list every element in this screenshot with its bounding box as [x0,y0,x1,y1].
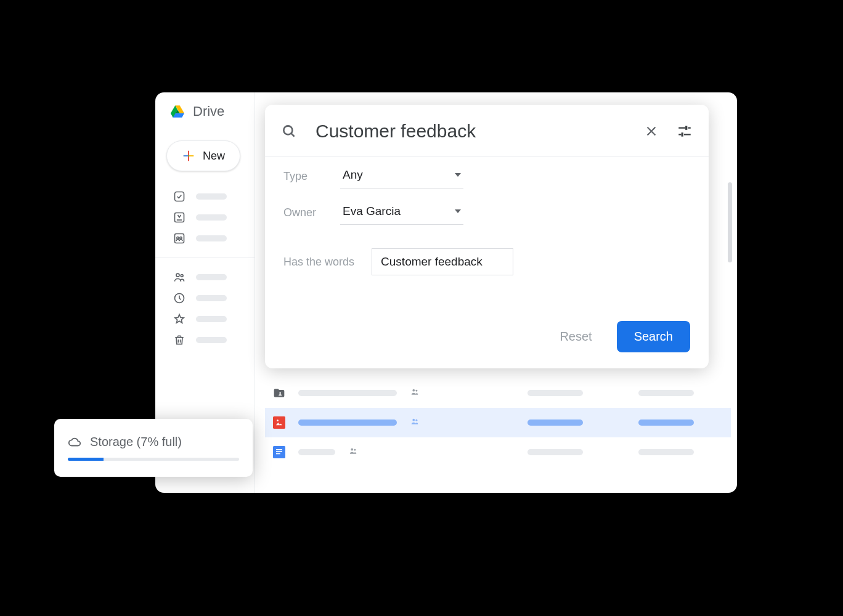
sidebar-item-starred[interactable] [155,309,255,330]
svg-point-5 [180,237,182,239]
clock-icon [173,291,186,305]
docs-icon [272,445,286,459]
svg-rect-17 [276,449,282,450]
sidebar-item-shared-drives[interactable] [155,228,255,249]
close-icon[interactable] [645,124,658,138]
sidebar-item-priority[interactable] [155,186,255,207]
svg-point-4 [177,237,179,239]
placeholder [196,337,227,343]
drive-logo-icon [171,105,184,118]
svg-point-6 [176,274,179,277]
storage-top: Storage (7% full) [68,435,239,449]
search-bar: Customer feedback [265,105,709,157]
placeholder [527,449,583,455]
file-list [265,378,731,467]
svg-point-14 [412,419,415,421]
reset-button[interactable]: Reset [560,330,592,344]
type-label: Type [283,170,328,183]
chevron-down-icon [455,173,461,177]
storage-bar [68,458,239,461]
chevron-down-icon [455,209,461,213]
search-input[interactable]: Customer feedback [316,121,626,142]
file-row-selected[interactable] [265,408,731,437]
placeholder [196,316,227,322]
image-icon [272,416,286,429]
storage-label: Storage (7% full) [90,435,182,449]
type-dropdown[interactable]: Any [340,164,463,188]
people-icon [409,387,420,399]
file-row[interactable] [265,437,731,467]
svg-rect-24 [682,132,683,137]
placeholder [638,419,694,426]
svg-point-11 [415,390,417,392]
storage-fill [68,458,104,461]
shared-drives-icon [173,232,186,245]
svg-rect-19 [276,453,280,455]
placeholder [638,449,694,455]
placeholder [196,235,227,241]
placeholder [638,390,694,396]
star-icon [173,312,186,326]
scrollbar-thumb[interactable] [728,182,732,262]
svg-point-13 [277,419,279,421]
storage-card[interactable]: Storage (7% full) [54,419,253,477]
svg-rect-12 [273,416,285,429]
search-icon[interactable] [281,123,297,139]
placeholder [196,274,227,280]
filter-owner-row: Owner Eva Garcia [265,193,709,230]
svg-point-9 [279,392,281,394]
words-input[interactable] [372,248,513,275]
words-label: Has the words [283,256,354,269]
placeholder [196,193,227,200]
file-row[interactable] [265,378,731,408]
folder-shared-icon [272,386,286,400]
placeholder [298,419,397,426]
action-row: Reset Search [560,321,690,352]
svg-rect-1 [175,192,184,201]
people-icon [348,447,359,458]
sidebar-item-trash[interactable] [155,330,255,351]
trash-icon [173,333,186,347]
svg-point-21 [354,449,356,451]
placeholder [196,214,227,221]
svg-rect-18 [276,451,282,452]
svg-point-10 [412,389,415,392]
sidebar-item-mydrive[interactable] [155,207,255,228]
plus-icon [182,149,195,163]
people-icon [173,270,186,284]
owner-label: Owner [283,206,328,219]
filter-type-row: Type Any [265,157,709,193]
check-square-icon [173,190,186,203]
logo-row: Drive [155,103,255,120]
placeholder [298,390,397,396]
owner-dropdown[interactable]: Eva Garcia [340,201,463,225]
svg-rect-3 [175,234,184,243]
svg-rect-23 [685,126,687,130]
search-button[interactable]: Search [617,321,690,352]
tune-icon[interactable] [677,123,693,139]
divider [155,257,255,258]
type-value: Any [343,168,363,182]
svg-rect-0 [188,155,189,156]
placeholder [527,390,583,396]
sidebar-item-shared[interactable] [155,267,255,288]
new-button[interactable]: New [166,140,240,171]
drive-outline-icon [173,211,186,224]
people-icon [409,417,420,428]
sidebar-item-recent[interactable] [155,288,255,309]
svg-point-7 [181,275,183,277]
owner-value: Eva Garcia [343,205,401,218]
svg-point-15 [415,419,417,421]
placeholder [527,419,583,426]
placeholder [196,295,227,301]
svg-point-20 [351,448,353,451]
new-button-label: New [203,150,225,163]
placeholder [298,449,335,455]
app-name: Drive [193,103,224,120]
filter-words-row: Has the words [265,230,709,275]
search-panel: Customer feedback Type Any Owner Eva Gar… [265,105,709,368]
cloud-icon [68,436,81,449]
